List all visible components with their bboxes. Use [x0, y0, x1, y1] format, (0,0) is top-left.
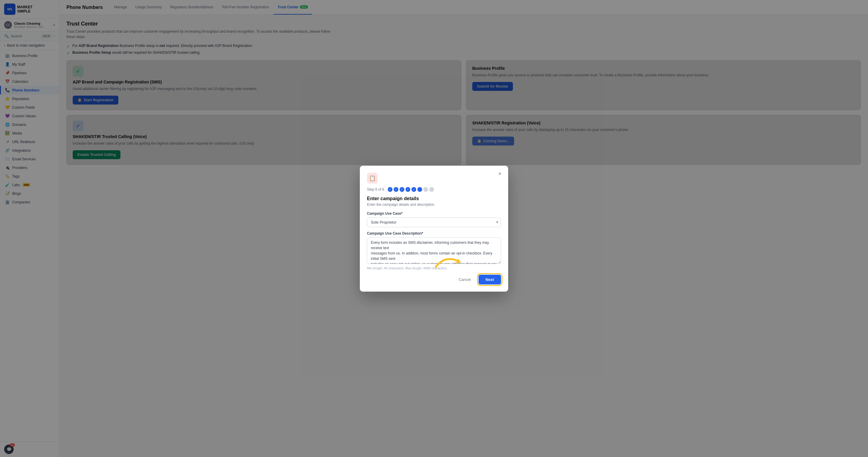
description-hint: Min length: 40 characters. Max length: 4…: [367, 266, 501, 270]
step-label: Step 6 of 8: [367, 188, 384, 192]
step-dot-2: ✓: [394, 187, 398, 192]
modal-subtitle: Enter the campaign details and descripti…: [367, 202, 501, 207]
modal-icon: 📋: [367, 173, 378, 183]
use-case-label: Campaign Use Case*: [367, 211, 501, 216]
description-group: Campaign Use Case Description* Every for…: [367, 231, 501, 270]
modal-title: Enter campaign details: [367, 196, 501, 201]
next-button[interactable]: Next: [478, 275, 501, 284]
modal-close-button[interactable]: ×: [496, 170, 504, 178]
step-dot-5: ✓: [411, 187, 416, 192]
modal-footer: Cancel Next: [367, 275, 501, 284]
step-dot-3: ✓: [400, 187, 404, 192]
step-indicator: Step 6 of 8 ✓ ✓ ✓ ✓ ✓: [367, 187, 501, 192]
step-dot-1: ✓: [388, 187, 393, 192]
modal-dialog: × 📋 Step 6 of 8 ✓ ✓ ✓ ✓ ✓ Enter campaign…: [360, 166, 508, 292]
use-case-select-wrapper: Sole Proprietor Low Volume Mixed 2FA Acc…: [367, 217, 501, 227]
step-dot-6: [417, 187, 422, 192]
description-label: Campaign Use Case Description*: [367, 231, 501, 235]
cancel-button[interactable]: Cancel: [454, 275, 475, 284]
step-dot-4: ✓: [405, 187, 410, 192]
modal-overlay[interactable]: × 📋 Step 6 of 8 ✓ ✓ ✓ ✓ ✓ Enter campaign…: [0, 0, 868, 457]
step-dot-7: [423, 187, 428, 192]
description-textarea[interactable]: Every form includes an SMS disclaimer, i…: [367, 237, 501, 264]
step-dot-8: [429, 187, 434, 192]
campaign-use-case-select[interactable]: Sole Proprietor Low Volume Mixed 2FA Acc…: [367, 217, 501, 227]
campaign-use-case-group: Campaign Use Case* Sole Proprietor Low V…: [367, 211, 501, 227]
